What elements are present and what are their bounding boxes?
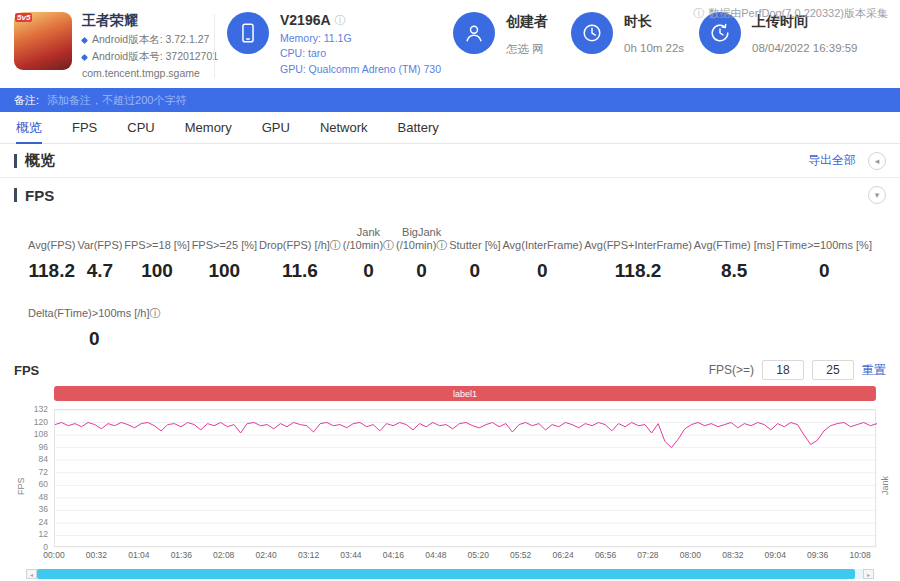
- scroll-left-button[interactable]: ◂: [26, 569, 37, 579]
- duration-label: 时长: [624, 13, 684, 31]
- tab-cpu[interactable]: CPU: [127, 112, 154, 143]
- metric-avg-fps-interframe: Avg(FPS+InterFrame) 118.2: [584, 226, 692, 282]
- metric-value: 0: [449, 260, 500, 282]
- chart-head: FPS FPS(>=) 重置: [14, 358, 886, 382]
- metric-avg-ftime: Avg(FTime) [ms] 8.5: [694, 226, 775, 282]
- metric-label: Avg(FPS+InterFrame): [584, 226, 692, 252]
- creator-label: 创建者: [506, 13, 548, 31]
- tab-overview[interactable]: 概览: [16, 112, 42, 143]
- scrollbar-handle[interactable]: [37, 569, 855, 579]
- tab-network[interactable]: Network: [320, 112, 368, 143]
- metric-avg-fps: Avg(FPS) 118.2: [28, 226, 75, 282]
- metric-label: Avg(FPS): [28, 226, 75, 252]
- fps-metrics-row: Avg(FPS) 118.2 Var(FPS) 4.7 FPS>=18 [%] …: [0, 212, 900, 282]
- x-axis-tick: 06:56: [595, 550, 616, 560]
- y-axis-tick: 132: [34, 404, 48, 414]
- metric-label[interactable]: BigJank (/10min)ⓘ: [396, 226, 447, 252]
- y-axis-tick: 36: [39, 504, 48, 514]
- scrollbar-track[interactable]: [37, 569, 863, 579]
- metric-value: 0: [776, 260, 872, 282]
- metric-label[interactable]: Drop(FPS) [/h]ⓘ: [259, 226, 341, 252]
- metric-value: 100: [192, 260, 257, 282]
- info-icon: ⓘ: [693, 6, 704, 21]
- y-axis-tick: 120: [34, 417, 48, 427]
- device-memory: Memory: 11.1G: [280, 32, 441, 44]
- tab-memory[interactable]: Memory: [185, 112, 232, 143]
- creator-block: 创建者 怎选 网: [453, 12, 571, 57]
- metric-drop-fps: Drop(FPS) [/h]ⓘ 11.6: [259, 226, 341, 282]
- metric-avg-interframe: Avg(InterFrame) 0: [502, 226, 582, 282]
- note-input[interactable]: [47, 94, 387, 106]
- device-cpu: CPU: taro: [280, 47, 441, 59]
- duration-block: 时长 0h 10m 22s: [571, 12, 699, 54]
- android-version-name-text: Android版本名: 3.72.1.27: [92, 33, 209, 47]
- x-axis-tick: 00:32: [86, 550, 107, 560]
- metric-value: 118.2: [28, 260, 75, 282]
- threshold-low-input[interactable]: [762, 360, 804, 380]
- game-block: 5v5 王者荣耀 Android版本名: 3.72.1.27 Android版本…: [14, 12, 210, 79]
- data-source-text: 数据由PerfDog(7.0.220332)版本采集: [708, 6, 888, 21]
- game-info: 王者荣耀 Android版本名: 3.72.1.27 Android版本号: 3…: [82, 12, 218, 79]
- device-gpu: GPU: Qualcomm Adreno (TM) 730: [280, 63, 441, 75]
- data-source-note: ⓘ 数据由PerfDog(7.0.220332)版本采集: [693, 6, 888, 21]
- x-axis-tick: 03:12: [298, 550, 319, 560]
- tab-fps[interactable]: FPS: [72, 112, 97, 143]
- metric-label[interactable]: Delta(FTime)>100ms [/h]ⓘ: [28, 294, 161, 320]
- metric-label: Avg(FTime) [ms]: [694, 226, 775, 252]
- header-divider: [214, 14, 215, 78]
- x-axis-tick: 05:20: [468, 550, 489, 560]
- fps-section-title: FPS: [25, 187, 54, 204]
- creator-value: 怎选 网: [506, 42, 548, 57]
- metric-value: 0: [28, 328, 161, 350]
- export-all-link[interactable]: 导出全部: [808, 152, 856, 169]
- reset-link[interactable]: 重置: [862, 362, 886, 379]
- note-label: 备注:: [14, 93, 39, 108]
- phone-icon: [227, 12, 269, 54]
- metric-value: 11.6: [259, 260, 341, 282]
- x-axis-tick: 00:00: [43, 550, 64, 560]
- collapse-overview-button[interactable]: ◂: [868, 152, 886, 170]
- threshold-label: FPS(>=): [709, 363, 754, 377]
- game-title: 王者荣耀: [82, 12, 218, 30]
- threshold-high-input[interactable]: [812, 360, 854, 380]
- metric-var-fps: Var(FPS) 4.7: [77, 226, 122, 282]
- diamond-bullet-icon: [81, 53, 88, 60]
- metric-label[interactable]: Jank (/10min)ⓘ: [343, 226, 394, 252]
- y-axis-title-left: FPS: [16, 477, 26, 495]
- x-axis-tick: 02:08: [213, 550, 234, 560]
- overview-section-header: 概览 导出全部 ◂: [0, 144, 900, 178]
- tab-gpu[interactable]: GPU: [262, 112, 290, 143]
- title-accent-bar: [14, 188, 17, 202]
- info-icon[interactable]: ⓘ: [335, 13, 346, 28]
- x-axis-tick: 01:36: [171, 550, 192, 560]
- game-badge: 5v5: [15, 13, 32, 22]
- tab-battery[interactable]: Battery: [398, 112, 439, 143]
- chart-controls: FPS(>=) 重置: [709, 360, 886, 380]
- fps-line-chart[interactable]: [54, 409, 876, 547]
- package-name: com.tencent.tmgp.sgame: [82, 67, 218, 79]
- y-axis-tick: 60: [39, 479, 48, 489]
- x-axis-tick: 02:40: [255, 550, 276, 560]
- android-version-code: Android版本号: 372012701: [82, 50, 218, 64]
- metric-value: 100: [124, 260, 189, 282]
- note-bar: 备注:: [0, 88, 900, 112]
- y-axis-tick: 24: [39, 517, 48, 527]
- x-axis-tick: 07:28: [637, 550, 658, 560]
- title-accent-bar: [14, 154, 17, 168]
- duration-info: 时长 0h 10m 22s: [624, 12, 684, 54]
- scroll-right-button[interactable]: ▸: [863, 569, 874, 579]
- y-axis-tick: 72: [39, 467, 48, 477]
- device-model: V2196A: [280, 12, 331, 28]
- creator-info: 创建者 怎选 网: [506, 12, 548, 57]
- metric-ftime-ge-100ms: FTime>=100ms [%] 0: [776, 226, 872, 282]
- metric-label: Var(FPS): [77, 226, 122, 252]
- metric-delta-ftime: Delta(FTime)>100ms [/h]ⓘ 0: [28, 294, 161, 350]
- fps-section-header: FPS ▾: [0, 178, 900, 212]
- metric-fps-ge-25: FPS>=25 [%] 100: [192, 226, 257, 282]
- metric-value: 0: [343, 260, 394, 282]
- x-axis-tick: 03:44: [340, 550, 361, 560]
- upload-value: 08/04/2022 16:39:59: [752, 42, 858, 54]
- fps-chart-panel: FPS FPS(>=) 重置 label1 FPS Jank 012243648…: [0, 358, 900, 581]
- collapse-fps-button[interactable]: ▾: [868, 186, 886, 204]
- header: 5v5 王者荣耀 Android版本名: 3.72.1.27 Android版本…: [0, 0, 900, 88]
